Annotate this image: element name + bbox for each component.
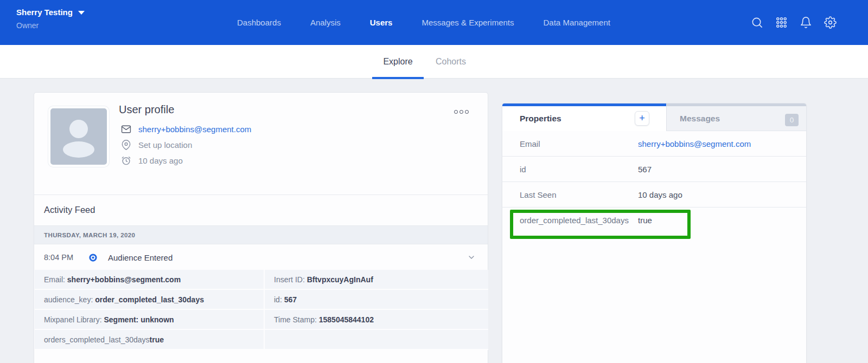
workspace-switcher[interactable]: Sherry Testing Owner <box>16 8 85 30</box>
add-property-button[interactable]: + <box>635 111 649 126</box>
profile-email-row: sherry+bobbins@segment.com <box>121 124 251 134</box>
divider <box>34 195 488 195</box>
settings-gear-icon[interactable] <box>824 16 837 29</box>
top-nav-bar: Sherry Testing Owner Dashboards Analysis… <box>0 0 868 45</box>
detail-cell-empty <box>265 330 488 350</box>
properties-tabbar: Properties + Messages 0 <box>502 103 806 131</box>
tab-properties-label: Properties <box>520 114 561 124</box>
property-row-order-completed: order_completed_last_30days true <box>502 208 806 233</box>
search-icon[interactable] <box>750 16 763 29</box>
property-label: Email <box>520 139 638 148</box>
property-row-id: id 567 <box>502 157 806 182</box>
messages-count-badge: 0 <box>785 114 799 126</box>
profile-location-row: Set up location <box>121 140 192 150</box>
detail-cell-orders-completed: orders_completed_last_30daystrue <box>35 330 265 350</box>
activity-event-row[interactable]: 8:04 PM Audience Entered <box>34 245 488 270</box>
main-nav: Dashboards Analysis Users Messages & Exp… <box>237 0 610 45</box>
event-details-table: Email: sherry+bobbins@segment.com Insert… <box>35 270 488 350</box>
dot-icon <box>454 110 458 114</box>
envelope-icon <box>121 124 131 134</box>
activity-date-header: THURSDAY, MARCH 19, 2020 <box>34 225 488 244</box>
property-value: 10 days ago <box>638 190 682 199</box>
profile-last-seen: 10 days ago <box>138 156 183 165</box>
property-label: Last Seen <box>520 190 638 199</box>
detail-cell-insert-id: Insert ID: BftvpxcuyAgInAuf <box>265 270 488 290</box>
property-label: order_completed_last_30days <box>520 216 638 225</box>
detail-cell-audience-key: audience_key: order_completed_last_30day… <box>35 290 265 310</box>
nav-item-analysis[interactable]: Analysis <box>310 18 341 27</box>
nav-item-data-management[interactable]: Data Management <box>544 18 610 27</box>
tab-explore-label: Explore <box>383 57 412 67</box>
detail-cell-id: id: 567 <box>265 290 488 310</box>
chevron-down-icon <box>78 11 85 15</box>
event-time: 8:04 PM <box>44 253 81 262</box>
nav-icon-group <box>750 0 837 45</box>
detail-cell-email: Email: sherry+bobbins@segment.com <box>35 270 265 290</box>
more-options-button[interactable] <box>452 108 471 116</box>
property-row-last-seen: Last Seen 10 days ago <box>502 182 806 208</box>
tab-cohorts[interactable]: Cohorts <box>432 45 470 79</box>
property-row-email: Email sherry+bobbins@segment.com <box>502 131 806 157</box>
user-profile-card: User profile sherry+bobbins@segment.com … <box>34 92 488 363</box>
tab-messages-label: Messages <box>680 114 720 124</box>
profile-last-seen-row: 10 days ago <box>121 155 183 166</box>
dot-icon <box>465 110 469 114</box>
workspace-role: Owner <box>16 21 85 30</box>
nav-item-users[interactable]: Users <box>370 18 393 27</box>
property-label: id <box>520 165 638 174</box>
profile-email-link[interactable]: sherry+bobbins@segment.com <box>138 125 251 134</box>
chevron-down-icon[interactable] <box>467 253 476 262</box>
apps-grid-icon[interactable] <box>775 16 788 29</box>
explore-cohorts-tabstrip: Explore Cohorts <box>0 45 868 79</box>
tab-cohorts-label: Cohorts <box>436 57 466 67</box>
tab-properties[interactable]: Properties + <box>502 103 666 131</box>
activity-date-label: THURSDAY, MARCH 19, 2020 <box>44 232 135 238</box>
notifications-bell-icon[interactable] <box>799 16 812 29</box>
alarm-clock-icon <box>121 155 131 166</box>
location-pin-icon <box>121 140 131 150</box>
nav-item-messages-experiments[interactable]: Messages & Experiments <box>422 18 514 27</box>
set-up-location-link[interactable]: Set up location <box>138 140 192 150</box>
event-name: Audience Entered <box>108 253 173 262</box>
tab-messages[interactable]: Messages 0 <box>666 103 806 131</box>
property-value: true <box>638 216 652 225</box>
activity-feed-title: Activity Feed <box>44 205 95 215</box>
event-type-icon <box>89 254 97 262</box>
workspace-name: Sherry Testing <box>16 8 73 17</box>
detail-cell-mixpanel-library: Mixpanel Library: Segment: unknown <box>35 310 265 330</box>
property-value: 567 <box>638 165 652 174</box>
avatar <box>48 106 109 167</box>
nav-item-dashboards[interactable]: Dashboards <box>237 18 281 27</box>
dot-icon <box>459 110 463 114</box>
page-title: User profile <box>119 103 174 116</box>
detail-cell-time-stamp: Time Stamp: 1585045844102 <box>265 310 488 330</box>
property-value-email-link[interactable]: sherry+bobbins@segment.com <box>638 139 751 148</box>
tab-explore[interactable]: Explore <box>372 45 424 79</box>
properties-panel: Properties + Messages 0 Email sherry+bob… <box>502 103 807 363</box>
